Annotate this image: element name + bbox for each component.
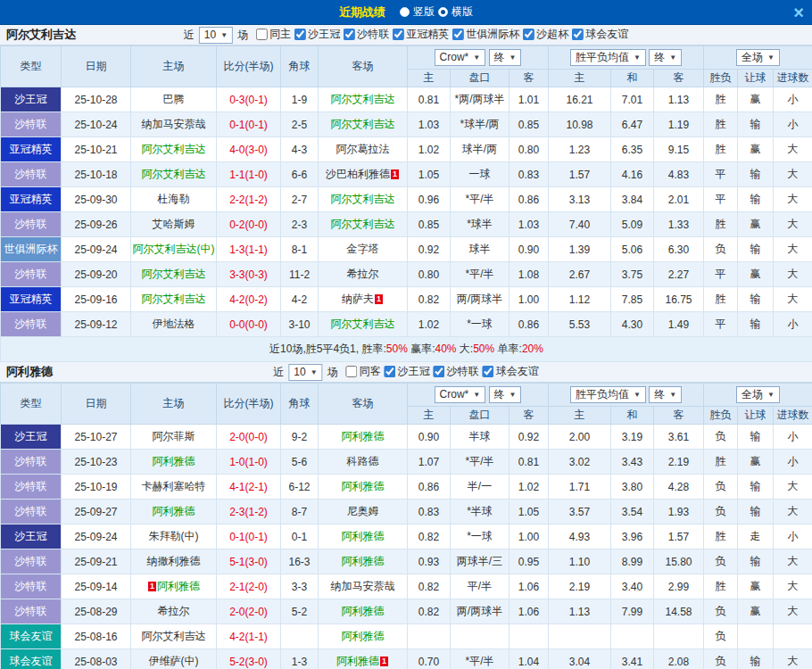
radio-icon — [438, 7, 448, 17]
topbar: 近期战绩 竖版横版 × — [0, 0, 812, 25]
checkbox-input[interactable] — [346, 366, 358, 377]
filter-checkbox[interactable]: 球会友谊 — [483, 364, 539, 379]
avg-draw-odds: 3.19 — [611, 425, 654, 450]
avg-away-odds: 9.15 — [654, 137, 704, 162]
home-team-cell[interactable]: 阿利雅德 — [131, 500, 217, 524]
scope-select[interactable]: 全场▼ — [736, 49, 780, 66]
home-team-cell[interactable]: 纳加马安萘哉 — [131, 112, 217, 137]
away-team-cell[interactable]: 阿利雅德 — [319, 524, 408, 549]
layout-radios: 竖版横版 — [396, 4, 473, 20]
checkbox-input[interactable] — [452, 29, 464, 40]
result-winloss: 胜 — [704, 287, 738, 312]
team-name-text: 艾哈斯姆 — [153, 218, 195, 230]
checkbox-input[interactable] — [483, 366, 494, 377]
home-team-cell[interactable]: 1阿利雅德 — [131, 574, 217, 599]
filter-checkbox[interactable]: 沙超杯 — [523, 27, 568, 42]
home-team-cell[interactable]: 阿尔菲斯 — [131, 425, 217, 450]
bookmaker-select[interactable]: Crow*▼ — [435, 49, 486, 66]
layout-radio[interactable]: 竖版 — [400, 4, 435, 20]
layout-radio[interactable]: 横版 — [438, 4, 473, 20]
away-team-cell[interactable]: 金字塔 — [319, 237, 408, 262]
checkbox-input[interactable] — [344, 29, 355, 40]
away-team-cell[interactable]: 阿利雅德 — [319, 549, 408, 574]
filter-checkbox[interactable]: 同主 — [256, 27, 291, 42]
avg-away-odds: 4.28 — [654, 475, 704, 500]
home-team-cell[interactable]: 杜海勒 — [131, 187, 217, 212]
away-team-cell[interactable]: 阿利雅德 — [319, 624, 408, 649]
away-team-cell[interactable]: 纳加马安萘哉 — [319, 574, 408, 599]
filter-bar: 近 10▼ 场 同客沙王冠沙特联球会友谊 — [273, 364, 538, 381]
league-type-cell: 球会友谊 — [1, 649, 62, 669]
scope-select[interactable]: 全场▼ — [736, 386, 780, 403]
subheader-let: 让球 — [738, 70, 774, 87]
away-team-cell[interactable]: 阿利雅德 — [319, 425, 408, 450]
filter-checkbox[interactable]: 球会友谊 — [572, 27, 628, 42]
away-team-cell[interactable]: 沙巴柏利雅德1 — [319, 162, 408, 187]
away-team-cell[interactable]: 阿尔艾利吉达 — [319, 112, 408, 137]
home-team-cell[interactable]: 巴腾 — [131, 87, 217, 112]
filter-checkbox[interactable]: 同客 — [346, 364, 381, 379]
chevron-down-icon: ▼ — [473, 51, 480, 64]
home-team-cell[interactable]: 伊维萨(中) — [131, 649, 217, 669]
filter-checkbox[interactable]: 亚冠精英 — [393, 27, 449, 42]
home-team-cell[interactable]: 伊地法格 — [131, 312, 217, 337]
away-team-cell[interactable]: 阿尔艾利吉达 — [319, 87, 408, 112]
avg-away-odds: 14.58 — [654, 599, 704, 624]
home-team-cell[interactable]: 朱拜勒(中) — [131, 524, 217, 549]
away-team-cell[interactable]: 阿尔葛拉法 — [319, 137, 408, 162]
avg-odds-header-group: 胜平负均值▼ 终▼ — [549, 46, 704, 70]
away-team-cell[interactable]: 纳萨夫1 — [319, 287, 408, 312]
avg-odds-select[interactable]: 胜平负均值▼ — [570, 386, 646, 403]
home-team-cell[interactable]: 阿利雅德 — [131, 450, 217, 475]
checkbox-input[interactable] — [385, 366, 396, 377]
filter-checkbox[interactable]: 沙王冠 — [385, 364, 430, 379]
away-team-cell[interactable]: 希拉尔 — [319, 262, 408, 287]
home-team-cell[interactable]: 阿尔艾利吉达(中) — [131, 237, 217, 262]
home-team-cell[interactable]: 阿尔艾利吉达 — [131, 137, 217, 162]
home-team-cell[interactable]: 阿尔艾利吉达 — [131, 262, 217, 287]
away-team-cell[interactable]: 阿利雅德1 — [319, 649, 408, 669]
away-team-cell[interactable]: 阿利雅德 — [319, 475, 408, 500]
team-name-text: 阿利雅德 — [342, 630, 385, 642]
away-team-cell[interactable]: 科路德 — [319, 450, 408, 475]
home-team-cell[interactable]: 阿尔艾利吉达 — [131, 624, 217, 649]
home-team-cell[interactable]: 卡赫利塞哈特 — [131, 475, 217, 500]
checkbox-input[interactable] — [294, 29, 306, 40]
avg-odds-select[interactable]: 胜平负均值▼ — [570, 49, 646, 66]
home-team-cell[interactable]: 阿尔艾利吉达 — [131, 287, 217, 312]
home-team-cell[interactable]: 希拉尔 — [131, 599, 217, 624]
match-row: 沙特联25-09-21纳撒利雅德5-1(3-0)16-3阿利雅德0.93两球半/… — [1, 549, 812, 574]
result-handicap: 输 — [738, 187, 774, 212]
checkbox-input[interactable] — [256, 29, 268, 40]
league-type-cell: 沙特联 — [1, 212, 62, 237]
avg-time-select[interactable]: 终▼ — [649, 49, 682, 66]
avg-away-odds: 1.57 — [654, 524, 704, 549]
handicap-time-select[interactable]: 终▼ — [489, 49, 522, 66]
checkbox-input[interactable] — [572, 29, 584, 40]
league-type-cell: 沙特联 — [1, 475, 62, 500]
away-team-cell[interactable]: 阿尔艾利吉达 — [319, 187, 408, 212]
near-count-select[interactable]: 10▼ — [199, 27, 233, 44]
away-team-cell[interactable]: 尼奥姆 — [319, 500, 408, 524]
near-count-select[interactable]: 10▼ — [288, 364, 322, 381]
away-team-cell[interactable]: 阿尔艾利吉达 — [319, 212, 408, 237]
away-team-cell[interactable]: 阿利雅德 — [319, 599, 408, 624]
home-team-cell[interactable]: 艾哈斯姆 — [131, 212, 217, 237]
checkbox-input[interactable] — [434, 366, 445, 377]
handicap-time-select[interactable]: 终▼ — [489, 386, 522, 403]
filter-checkbox[interactable]: 沙特联 — [344, 27, 389, 42]
home-team-cell[interactable]: 阿尔艾利吉达 — [131, 162, 217, 187]
score-cell: 2-0(2-0) — [217, 599, 281, 624]
close-icon[interactable]: × — [793, 1, 804, 24]
checkbox-input[interactable] — [393, 29, 404, 40]
avg-time-select[interactable]: 终▼ — [649, 386, 682, 403]
filter-checkbox[interactable]: 沙王冠 — [294, 27, 340, 42]
bookmaker-select[interactable]: Crow*▼ — [435, 386, 486, 403]
match-row: 沙特联25-09-26艾哈斯姆0-2(0-0)2-3阿尔艾利吉达0.85*球半1… — [1, 212, 812, 237]
avg-away-odds: 1.93 — [654, 500, 704, 524]
home-team-cell[interactable]: 纳撒利雅德 — [131, 549, 217, 574]
filter-checkbox[interactable]: 沙特联 — [434, 364, 479, 379]
filter-checkbox[interactable]: 世俱洲际杯 — [452, 27, 519, 42]
away-team-cell[interactable]: 阿尔艾利吉达 — [319, 312, 408, 337]
checkbox-input[interactable] — [523, 29, 534, 40]
